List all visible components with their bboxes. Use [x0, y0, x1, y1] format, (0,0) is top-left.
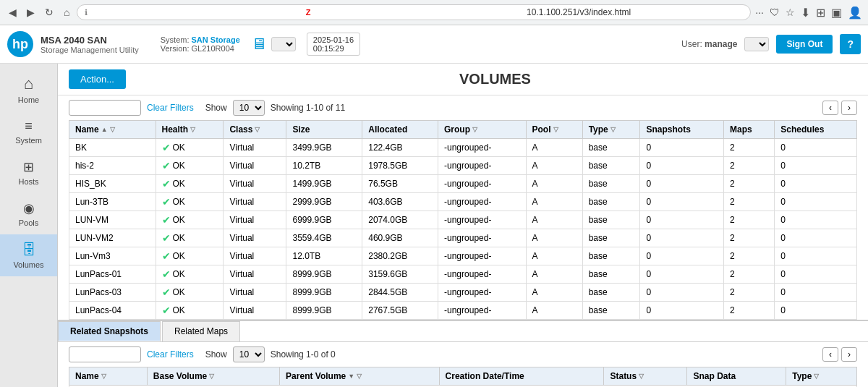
- browser-tab-icon[interactable]: ▣: [831, 6, 842, 20]
- system-version: GL210R004: [192, 44, 234, 53]
- table-row[interactable]: his-2 ✔ OK Virtual 10.2TB 1978.5GB -ungr…: [69, 157, 857, 175]
- rel-base-filter-icon[interactable]: ▽: [209, 373, 214, 380]
- volumes-show-select[interactable]: 10 25 50: [233, 100, 265, 116]
- cell-name: LunPacs-01: [69, 265, 156, 284]
- browser-toolbar: ◀ ▶ ↻ ⌂ ℹ Z 10.1.100.251/v3/index.html ·…: [0, 0, 868, 25]
- health-check-icon: ✔: [162, 286, 171, 298]
- system-dropdown[interactable]: [271, 37, 296, 51]
- cell-class: Virtual: [224, 229, 286, 247]
- table-row[interactable]: Lun-Vm3 ✔ OK Virtual 12.0TB 2380.2GB -un…: [69, 247, 857, 265]
- system-name: SAN Storage: [192, 35, 240, 44]
- health-filter-icon[interactable]: ▽: [190, 126, 195, 133]
- sidebar-item-volumes[interactable]: 🗄 Volumes: [0, 234, 57, 276]
- cell-type: base: [582, 139, 640, 157]
- prev-page-button[interactable]: ‹: [822, 101, 838, 115]
- table-row[interactable]: LUN-VM2 ✔ OK Virtual 3559.4GB 460.9GB -u…: [69, 229, 857, 247]
- table-row[interactable]: BK ✔ OK Virtual 3499.9GB 122.4GB -ungrou…: [69, 139, 857, 157]
- main-content: Action... VOLUMES Clear Filters Show 10 …: [58, 64, 868, 387]
- extensions-icon[interactable]: ⊞: [816, 6, 825, 20]
- table-row[interactable]: HIS_BK ✔ OK Virtual 1499.9GB 76.5GB -ung…: [69, 175, 857, 193]
- table-row[interactable]: LunPacs-04 ✔ OK Virtual 8999.9GB 2767.5G…: [69, 302, 857, 320]
- rel-status-filter-icon[interactable]: ▽: [639, 373, 644, 380]
- cell-name: Lun-Vm3: [69, 247, 156, 265]
- cell-class: Virtual: [224, 247, 286, 265]
- sign-out-button[interactable]: Sign Out: [776, 35, 833, 54]
- profile-icon[interactable]: 👤: [848, 6, 862, 20]
- sidebar-item-hosts[interactable]: ⊞ Hosts: [0, 152, 57, 193]
- name-filter-icon[interactable]: ▽: [110, 126, 115, 133]
- tab-related-snapshots[interactable]: Related Snapshots: [58, 321, 161, 341]
- cell-size: 8999.9GB: [286, 302, 362, 320]
- user-dropdown[interactable]: [744, 37, 769, 51]
- cell-schedules: 0: [775, 139, 857, 157]
- related-prev-page-button[interactable]: ‹: [822, 347, 838, 362]
- health-check-icon: ✔: [162, 250, 171, 262]
- star-icon[interactable]: ☆: [786, 7, 795, 18]
- table-row[interactable]: LunPacs-03 ✔ OK Virtual 8999.9GB 2844.5G…: [69, 284, 857, 302]
- back-button[interactable]: ◀: [6, 5, 20, 20]
- health-text: OK: [173, 197, 185, 207]
- group-filter-icon[interactable]: ▽: [472, 126, 477, 133]
- health-text: OK: [173, 143, 185, 153]
- home-button[interactable]: ⌂: [61, 5, 72, 20]
- cell-size: 12.0TB: [286, 247, 362, 265]
- browser-extra-icons: ··· 🛡 ☆ ⬇ ⊞ ▣ 👤: [755, 6, 862, 20]
- related-show-select[interactable]: 10 25 50: [233, 346, 265, 362]
- reload-button[interactable]: ↻: [42, 5, 56, 20]
- address-bar[interactable]: ℹ Z 10.1.100.251/v3/index.html: [77, 4, 751, 20]
- tab-related-maps[interactable]: Related Maps: [162, 321, 240, 341]
- next-page-button[interactable]: ›: [841, 101, 857, 115]
- related-clear-filters[interactable]: Clear Filters: [147, 349, 194, 360]
- related-section: Related Snapshots Related Maps Clear Fil…: [58, 320, 868, 387]
- col-pool: Pool ▽: [526, 121, 582, 139]
- cell-size: 8999.9GB: [286, 284, 362, 302]
- page-title: VOLUMES: [133, 71, 857, 88]
- cell-class: Virtual: [224, 157, 286, 175]
- health-check-icon: ✔: [162, 268, 171, 280]
- type-filter-icon[interactable]: ▽: [610, 126, 616, 133]
- app-header: hp MSA 2040 SAN Storage Management Utili…: [0, 25, 868, 64]
- help-button[interactable]: ?: [840, 34, 861, 54]
- table-row[interactable]: LunPacs-01 ✔ OK Virtual 8999.9GB 3159.6G…: [69, 265, 857, 284]
- cell-type: base: [582, 175, 640, 193]
- cell-snapshots: 0: [640, 211, 724, 229]
- rel-type-filter-icon[interactable]: ▽: [814, 373, 819, 380]
- cell-health: ✔ OK: [156, 139, 224, 157]
- pool-filter-icon[interactable]: ▽: [553, 126, 558, 133]
- volumes-clear-filters[interactable]: Clear Filters: [147, 103, 194, 113]
- cell-type: base: [582, 284, 640, 302]
- show-label: Show: [205, 103, 227, 113]
- cell-allocated: 2380.2GB: [362, 247, 438, 265]
- action-button[interactable]: Action...: [69, 69, 126, 89]
- cell-schedules: 0: [775, 175, 857, 193]
- rel-parent-filter-icon[interactable]: ▽: [357, 373, 362, 380]
- sidebar-item-home[interactable]: ⌂ Home: [0, 67, 57, 111]
- menu-icon[interactable]: ···: [755, 7, 764, 18]
- cell-snapshots: 0: [640, 284, 724, 302]
- download-icon[interactable]: ⬇: [801, 6, 810, 20]
- rel-name-filter-icon[interactable]: ▽: [101, 373, 106, 380]
- time-text: 00:15:29: [313, 44, 354, 53]
- hosts-icon: ⊞: [23, 159, 34, 175]
- rel-parent-sort-icon[interactable]: ▼: [348, 373, 354, 380]
- cell-health: ✔ OK: [156, 175, 224, 193]
- cell-type: base: [582, 302, 640, 320]
- class-filter-icon[interactable]: ▽: [255, 126, 260, 133]
- rel-col-status: Status ▽: [604, 367, 687, 386]
- username: manage: [705, 39, 737, 49]
- sidebar-item-pools[interactable]: ◉ Pools: [0, 193, 57, 234]
- volumes-search-input[interactable]: [69, 100, 141, 116]
- cell-health: ✔ OK: [156, 247, 224, 265]
- cell-name: Lun-3TB: [69, 193, 156, 211]
- cell-size: 6999.9GB: [286, 211, 362, 229]
- cell-schedules: 0: [775, 157, 857, 175]
- sidebar-item-system[interactable]: ≡ System: [0, 111, 57, 152]
- table-row[interactable]: LUN-VM ✔ OK Virtual 6999.9GB 2074.0GB -u…: [69, 211, 857, 229]
- forward-button[interactable]: ▶: [24, 5, 38, 20]
- table-row[interactable]: Lun-3TB ✔ OK Virtual 2999.9GB 403.6GB -u…: [69, 193, 857, 211]
- health-check-icon: ✔: [162, 142, 171, 153]
- name-sort-asc-icon[interactable]: ▲: [101, 126, 108, 133]
- health-check-icon: ✔: [162, 196, 171, 208]
- related-search-input[interactable]: [69, 346, 141, 362]
- related-next-page-button[interactable]: ›: [841, 347, 857, 362]
